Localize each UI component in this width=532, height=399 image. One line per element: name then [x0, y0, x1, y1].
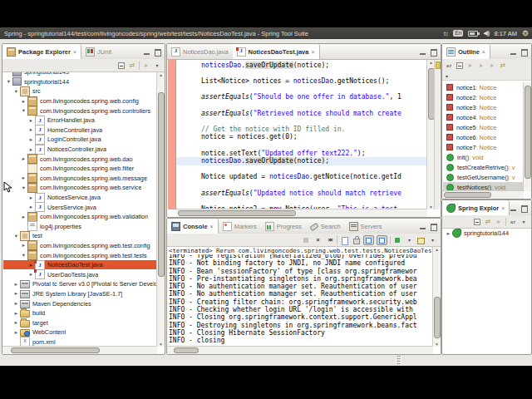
code-line[interactable]	[176, 101, 426, 110]
twistie-icon[interactable]: ▸	[20, 214, 27, 220]
ibus-keyboard-icon[interactable]: t↕	[444, 31, 448, 37]
tree-item[interactable]: ▾springtutorial144	[3, 77, 156, 87]
maximize-icon[interactable]	[154, 48, 161, 56]
tree-item[interactable]: ▸com.livingoncodes.spring.web.validation	[3, 212, 156, 222]
tree-item[interactable]: com.livingoncodes.spring.web.filter	[3, 164, 156, 174]
code-line[interactable]: // Get the notice with ID filled in.	[176, 126, 426, 134]
refresh-icon[interactable]	[495, 218, 503, 226]
outline-item[interactable]: notice5 : Notice	[443, 122, 523, 132]
link-with-editor-icon[interactable]	[484, 218, 492, 226]
twistie-icon[interactable]: ▾	[20, 252, 27, 259]
statusbar-grip[interactable]	[396, 356, 401, 364]
tree-item[interactable]: ▸UserDaoTests.java	[3, 269, 156, 279]
editor-horizontal-scrollbar[interactable]	[176, 209, 427, 217]
twistie-icon[interactable]: ▸	[12, 329, 20, 336]
tree-item[interactable]: ▸NoticesService.java	[3, 193, 156, 203]
code-line[interactable]: noticesDao.saveOrUpdate(notice);	[176, 157, 426, 165]
tree-item[interactable]: ▸HomeController.java	[3, 126, 156, 135]
outline-item[interactable]: testGetUsername() : v	[443, 172, 523, 182]
show-stderr-toggle-icon[interactable]	[377, 235, 387, 245]
tab-search[interactable]: Search	[306, 219, 345, 234]
console-output[interactable]: INFO - Type registration [materialized_b…	[169, 254, 432, 346]
twistie-icon[interactable]: ▾	[12, 88, 20, 95]
twistie-icon[interactable]: ▸	[20, 242, 27, 249]
maximize-icon[interactable]	[430, 223, 437, 230]
tree-vertical-scrollbar[interactable]: ▲ ▼	[156, 72, 165, 347]
overview-ruler[interactable]	[434, 60, 440, 209]
link-with-editor-icon[interactable]	[499, 62, 507, 70]
twistie-icon[interactable]: ▸	[445, 230, 452, 237]
hide-static-members-icon[interactable]	[477, 62, 485, 70]
tree-item[interactable]: ▸JRE System Library [JavaSE-1.7]	[3, 289, 156, 299]
tree-item[interactable]: ▸com.livingoncodes.spring.web.dao	[3, 154, 156, 164]
code-line[interactable]: notice.setText("Updated offer text222.")…	[176, 150, 426, 158]
tab-junit[interactable]: JUnit	[81, 44, 116, 59]
outline-item[interactable]: notice6 : Notice	[443, 132, 523, 142]
twistie-icon[interactable]: ▸	[12, 310, 20, 317]
minimize-icon[interactable]	[510, 204, 517, 212]
twistie-icon[interactable]: ▸	[27, 136, 35, 143]
display-console-dropdown-icon[interactable]	[405, 236, 414, 244]
twistie-icon[interactable]: ▸	[27, 117, 35, 124]
volume-icon[interactable]: ◀))	[483, 30, 489, 37]
open-console-icon[interactable]	[416, 236, 426, 244]
hide-non-public-icon[interactable]	[488, 62, 496, 70]
code-line[interactable]: notice = notices.get(0);	[176, 133, 426, 141]
code-line[interactable]: assertEquals("Should be one offer in dat…	[176, 93, 426, 101]
twistie-icon[interactable]: ▸	[12, 290, 20, 297]
twistie-icon[interactable]: ▸	[20, 155, 27, 162]
twistie-icon[interactable]: ▸	[12, 300, 20, 307]
tab-spring-explorer[interactable]: Spring Explor ×	[442, 200, 510, 215]
close-icon[interactable]: ×	[482, 49, 485, 55]
minimize-icon[interactable]	[419, 48, 426, 56]
tab-outline[interactable]: Outline ×	[442, 44, 490, 59]
collapse-all-icon[interactable]	[117, 62, 126, 70]
twistie-icon[interactable]: ▸	[20, 98, 27, 105]
view-menu-icon[interactable]	[153, 62, 161, 70]
clock[interactable]: 8:17 AM	[494, 30, 517, 37]
code-line[interactable]	[176, 181, 426, 190]
close-icon[interactable]: ×	[311, 49, 314, 55]
close-icon[interactable]: ×	[210, 224, 214, 229]
outline-item[interactable]: notice3 : Notice	[443, 102, 523, 112]
session-gear-icon[interactable]: ⚙	[522, 30, 529, 37]
twistie-icon[interactable]: ▾	[20, 107, 27, 114]
tab-markers[interactable]: Markers	[219, 219, 261, 234]
tree-item[interactable]: ▸com.livingoncodes.spring.web.message	[3, 174, 156, 184]
tree-item[interactable]: ▸com.livingoncodes.spring.web.config	[3, 96, 156, 106]
outline-item[interactable]: notice1 : Notice	[443, 82, 523, 92]
view-menu-icon[interactable]: ▾	[446, 73, 448, 79]
code-line[interactable]: List<Notice> notices = noticesDao.getNot…	[176, 77, 426, 86]
scroll-lock-icon[interactable]	[352, 236, 361, 244]
outline-vertical-scrollbar[interactable]	[523, 82, 531, 191]
open-console-dropdown-icon[interactable]	[428, 236, 437, 244]
code-line[interactable]: assertEquals("Updated notice should matc…	[176, 190, 426, 198]
twistie-icon[interactable]: ▸	[20, 175, 27, 181]
outline-horizontal-scrollbar[interactable]	[442, 190, 524, 199]
show-stdout-toggle-icon[interactable]	[363, 235, 374, 245]
focus-task-icon[interactable]	[142, 62, 150, 70]
minimize-icon[interactable]	[510, 48, 517, 56]
tab-progress[interactable]: Progress	[261, 219, 306, 234]
tab-console[interactable]: Console×	[167, 219, 219, 234]
tab-noticesdaotest[interactable]: NoticesDaoTest.java ×	[233, 44, 320, 59]
tab-package-explorer[interactable]: Package Explorer ×	[2, 44, 81, 59]
minimize-icon[interactable]	[143, 48, 150, 56]
maximize-icon[interactable]	[520, 204, 528, 212]
tree-item[interactable]: pom.xml	[3, 337, 156, 346]
tree-item[interactable]: ▸ErrorHandler.java	[3, 116, 156, 126]
outline-item[interactable]: notice4 : Notice	[443, 112, 523, 122]
tree-item[interactable]: ▸springtutorial144	[443, 229, 530, 239]
tree-item[interactable]: ▾test	[3, 231, 156, 241]
quickdiff-ruler[interactable]	[168, 60, 176, 209]
tree-item[interactable]: ▸Maven Dependencies	[3, 298, 156, 308]
tree-item[interactable]: ▾com.livingoncodes.spring.web.test.tests	[3, 250, 156, 260]
twistie-icon[interactable]: ▾	[20, 185, 27, 191]
clear-console-icon[interactable]	[340, 236, 349, 244]
link-with-editor-icon[interactable]	[128, 62, 136, 70]
tree-item[interactable]: ▸NoticesDaoTest.java	[3, 260, 156, 270]
tree-item[interactable]: ▾com.livingoncodes.spring.web.controller…	[3, 106, 156, 116]
outline-item[interactable]: notice7 : Notice	[443, 142, 523, 152]
maximize-icon[interactable]	[430, 48, 437, 56]
view-menu-icon[interactable]	[520, 218, 528, 226]
